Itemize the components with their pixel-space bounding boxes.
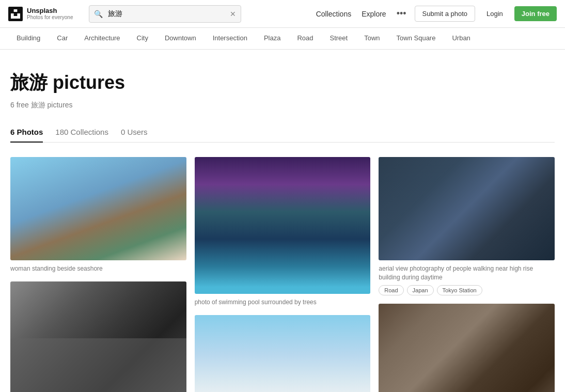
cat-urban[interactable]: Urban	[444, 28, 478, 49]
photo-item[interactable]: woman standing beside seashore	[10, 157, 186, 273]
main-nav: Collections Explore •••	[254, 8, 406, 19]
photo-col-1: woman standing beside seashore aerial ph…	[10, 157, 186, 392]
cat-architecture[interactable]: Architecture	[76, 28, 128, 49]
logo[interactable]: Unsplash Photos for everyone	[8, 7, 81, 21]
cat-town-square[interactable]: Town Square	[388, 28, 444, 49]
logo-text: Unsplash Photos for everyone	[27, 7, 73, 21]
photo-grid: woman standing beside seashore aerial ph…	[10, 157, 555, 392]
submit-photo-button[interactable]: Submit a photo	[415, 6, 475, 22]
photo-item[interactable]: woman looking towards right	[195, 315, 371, 392]
cat-downtown[interactable]: Downtown	[156, 28, 205, 49]
nav-collections[interactable]: Collections	[316, 10, 351, 18]
categories-bar: Building Car Architecture City Downtown …	[0, 28, 565, 50]
header-actions: Submit a photo Login Join free	[415, 6, 557, 22]
photo-caption: aerial view photography of people walkin…	[379, 264, 555, 282]
photo-tag[interactable]: Road	[379, 285, 403, 295]
photo-item[interactable]: photo of swimming pool surrounded by tre…	[195, 157, 371, 307]
login-button[interactable]: Login	[479, 6, 510, 21]
cat-intersection[interactable]: Intersection	[205, 28, 256, 49]
cat-town[interactable]: Town	[356, 28, 388, 49]
cat-city[interactable]: City	[129, 28, 156, 49]
cat-building[interactable]: Building	[8, 28, 49, 49]
photo-col-2: photo of swimming pool surrounded by tre…	[195, 157, 371, 392]
photo-col-3: aerial view photography of people walkin…	[379, 157, 555, 392]
cat-plaza[interactable]: Plaza	[256, 28, 289, 49]
clear-icon[interactable]: ✕	[230, 10, 236, 18]
join-button[interactable]: Join free	[514, 6, 557, 21]
search-input[interactable]	[89, 5, 241, 23]
nav-explore[interactable]: Explore	[362, 10, 386, 18]
photo-caption: woman standing beside seashore	[10, 264, 186, 273]
subtitle-link[interactable]: 6 free 旅游 pictures	[10, 101, 73, 109]
photo-tag[interactable]: Tokyo Station	[437, 285, 482, 295]
main-content: 旅游 pictures 6 free 旅游 pictures 6 Photos …	[0, 50, 565, 392]
results-tabs: 6 Photos 180 Collections 0 Users	[10, 122, 555, 143]
photo-item[interactable]: aerial photography of vehicles parked on…	[10, 281, 186, 392]
cat-road[interactable]: Road	[289, 28, 321, 49]
logo-icon	[8, 7, 23, 21]
photo-caption: photo of swimming pool surrounded by tre…	[195, 298, 371, 307]
nav-more[interactable]: •••	[397, 8, 406, 19]
tab-photos[interactable]: 6 Photos	[10, 122, 43, 143]
cat-street[interactable]: Street	[322, 28, 356, 49]
page-subtitle: 6 free 旅游 pictures	[10, 101, 555, 110]
search-icon: 🔍	[94, 10, 103, 18]
search-bar: 🔍 ✕	[89, 5, 241, 23]
photo-tags: Road Japan Tokyo Station	[379, 285, 555, 295]
page-title: 旅游 pictures	[10, 70, 555, 96]
brand-tagline: Photos for everyone	[27, 14, 73, 21]
tab-collections[interactable]: 180 Collections	[55, 122, 108, 143]
cat-car[interactable]: Car	[49, 28, 76, 49]
tab-users[interactable]: 0 Users	[121, 122, 148, 143]
header: Unsplash Photos for everyone 🔍 ✕ Collect…	[0, 0, 565, 28]
photo-item[interactable]: aerial view photography of people walkin…	[379, 157, 555, 295]
photo-tag[interactable]: Japan	[407, 285, 434, 295]
brand-name: Unsplash	[27, 7, 73, 15]
photo-item[interactable]	[379, 304, 555, 392]
